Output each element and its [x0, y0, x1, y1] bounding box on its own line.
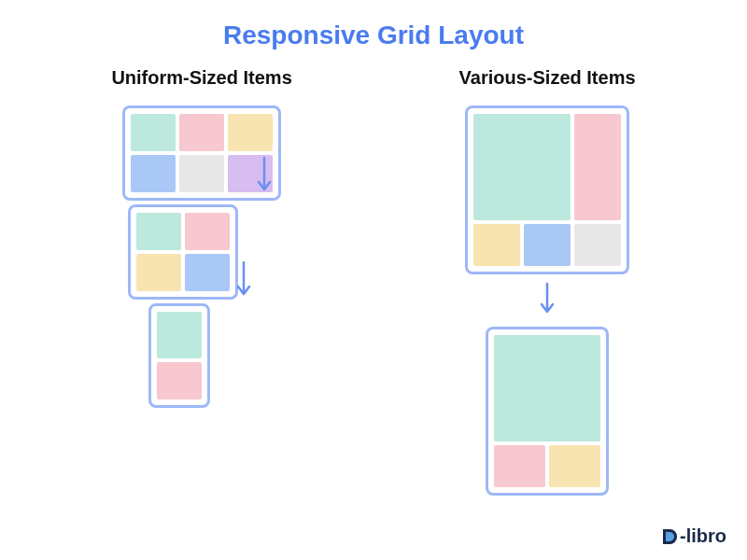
arrow-down-icon: [253, 158, 275, 195]
grid-cell: [494, 445, 545, 487]
grid-cell: [574, 224, 621, 266]
uniform-row-3: [148, 303, 255, 408]
grid-cell: [157, 362, 202, 399]
grid-cell: [473, 224, 520, 266]
page-title: Responsive Grid Layout: [0, 21, 747, 50]
grid-cell: [524, 224, 571, 266]
grid-cell: [179, 155, 224, 192]
grid-cell-tall: [574, 114, 621, 220]
grid-cell: [157, 312, 202, 358]
various-grid-large: [465, 105, 629, 274]
various-subtitle: Various-Sized Items: [459, 67, 636, 89]
grid-cell: [131, 114, 176, 151]
grid-cell: [185, 254, 230, 291]
grid-cell: [185, 213, 230, 250]
logo-d-icon: [659, 527, 678, 546]
grid-cell: [228, 114, 273, 151]
grid-cell: [136, 254, 181, 291]
uniform-column: Uniform-Sized Items: [111, 67, 291, 496]
arrow-down-icon: [536, 282, 558, 319]
grid-cell: [136, 213, 181, 250]
grid-cell: [549, 445, 600, 487]
grid-cell: [179, 114, 224, 151]
various-column: Various-Sized Items: [459, 67, 636, 496]
uniform-grid-small: [148, 303, 210, 408]
grid-cell-big: [494, 335, 600, 441]
arrow-down-icon: [233, 262, 255, 300]
diagram-columns: Uniform-Sized Items: [0, 67, 747, 496]
various-grid-small: [486, 327, 609, 496]
uniform-stack: [122, 105, 281, 408]
uniform-grid-medium: [128, 204, 238, 300]
brand-logo: -libro: [659, 525, 726, 547]
logo-text: -libro: [680, 525, 726, 547]
grid-cell: [131, 155, 176, 192]
grid-cell-big: [473, 114, 571, 220]
uniform-subtitle: Uniform-Sized Items: [111, 67, 291, 89]
